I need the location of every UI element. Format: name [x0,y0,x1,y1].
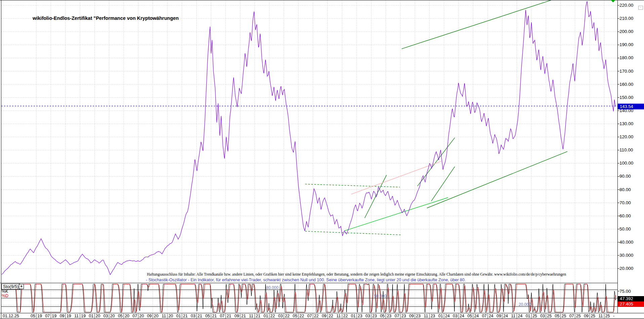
y-axis-label: 130.00 [619,121,633,126]
x-axis-label-month: 05 [31,314,35,318]
x-axis-label-year: 21 [256,314,260,318]
x-axis-label-month: 03 [191,314,196,318]
x-axis-label-month: 07 [45,314,50,318]
x-axis-label-year: 20 [154,314,159,318]
x-axis-label-month: 05 [555,314,560,318]
disclaimer-text: Haftungsausschluss für Inhalte: Alle Tre… [147,272,566,276]
chart-application-window: wikifolio-Endlos-Zertifikat "Performance… [0,0,644,319]
oscillator-zone-label: 50.000 [374,294,387,298]
x-axis-label-month: 05 [205,314,210,318]
x-axis-label-month: 03 [278,314,283,318]
steep-trend-2 [417,138,455,186]
x-axis-label-month: 03 [453,314,457,318]
price-line [2,1,616,275]
x-axis-label-month: 11 [511,314,516,318]
collapse-panel-icon[interactable]: − [638,6,643,10]
y-axis-label: 110.00 [619,147,633,152]
x-axis-label-year: 23 [431,314,435,318]
axis-end-label: - [613,314,614,318]
x-axis-label-month: 01 [351,314,356,318]
y-axis-label: 200.00 [619,29,633,34]
x-axis-label-year: 22 [299,314,304,318]
x-axis-label-month: 09 [409,314,414,318]
x-axis-label-month: 01 [89,314,93,318]
x-axis-label-year: 20 [110,314,115,318]
x-axis-label-year: 20 [125,314,129,318]
oscillator-zone-label: 80.000 [266,285,279,290]
x-axis-label-year: 22 [328,314,333,318]
x-axis-label-month: 05 [118,314,123,318]
x-axis-label-month: 11 [336,314,341,318]
x-axis-label-year: 24 [445,314,450,318]
x-axis-label-month: 07 [132,314,137,318]
x-axis-label-year: 22 [314,314,319,318]
x-axis-label-year: 25 [547,314,552,318]
x-axis-label-month: 01 [526,314,530,318]
x-axis-label-year: 19 [81,314,86,318]
long-support [427,151,567,208]
x-axis-label-year: 21 [183,314,188,318]
x-axis-label-month: 01 [264,314,268,318]
x-axis-label-year: 23 [416,314,420,318]
x-axis-label-year: 25 [532,314,537,318]
stochastic-k-value-badge: 47.392 [618,296,644,302]
x-axis-label-month: 11 [74,314,79,318]
x-axis-label-year: 25 [562,314,566,318]
y-axis-label: 210.00 [619,16,633,21]
x-axis-label-month: 09 [584,314,589,318]
indicator-settings-button[interactable]: Sto(9/5) [1,284,20,289]
y-axis-label: 60.00 [619,213,631,218]
x-axis-label-year: 19 [52,314,56,318]
x-axis-label-month: 11 [162,314,166,318]
x-axis-label-year: 23 [358,314,362,318]
x-axis-label-year: 25 [605,314,610,318]
x-axis-label-year: 25 [576,314,581,318]
x-axis-label-year: 22 [270,314,275,318]
salmon-trend [351,161,441,194]
x-axis-label-month: 11 [249,314,253,318]
x-axis-label-year: 21 [241,314,246,318]
chart-title: wikifolio-Endlos-Zertifikat "Performance… [33,15,179,21]
d-line-legend-label: %D [2,293,8,298]
x-axis-label-year: 21 [198,314,202,318]
x-axis-label-month: 07 [307,314,312,318]
x-axis-label-month: 11 [598,314,603,318]
y-axis-label: 180.00 [619,55,633,60]
x-axis-label-year: 20 [139,314,144,318]
y-axis-label: 160.00 [619,82,633,87]
y-axis-label: 20.000 [619,266,633,271]
oscillator-scale-label: 75.00 [619,289,631,294]
x-axis-label-year: 21 [212,314,217,318]
x-axis-label-year: 19 [37,314,42,318]
y-axis-label: 50.00 [619,226,631,232]
x-axis-label-year: 20 [168,314,173,318]
x-axis-label-month: 07 [395,314,399,318]
x-axis-label-year: 22 [343,314,348,318]
x-axis-label-year: 20 [95,314,100,318]
oscillator-zone-label: 20.000 [519,302,531,307]
y-axis-label: 220.00 [619,3,633,8]
x-axis-label-year: 24 [518,314,523,318]
y-axis-label: 40.000 [619,240,633,245]
x-axis-label-year: 23 [387,314,392,318]
x-axis-label-year: 24 [489,314,493,318]
x-axis-label-month: 03 [365,314,370,318]
add-indicator-button[interactable]: + [19,284,24,289]
x-axis-label-year: 24 [474,314,479,318]
x-axis-label-month: 05 [468,314,472,318]
y-axis-label: 150.00 [619,95,633,100]
x-axis-label-month: 09 [496,314,501,318]
x-axis-label-year: 19 [67,314,71,318]
x-axis-label-year: 23 [401,314,406,318]
y-axis-label: 170.00 [619,69,633,74]
x-axis-label-year: 24 [459,314,464,318]
x-axis-label-month: 11 [424,314,428,318]
x-axis-label-year: 21 [227,314,231,318]
chart-canvas [0,0,644,319]
x-axis-label-month: 07 [569,314,574,318]
x-axis-label-month: 07 [482,314,487,318]
trend-marker-icon [611,0,615,2]
k-line-legend-label: %K [2,289,8,294]
stochastic-d-value-badge: 27.405 [618,302,644,307]
x-axis-label-month: 01 [438,314,443,318]
